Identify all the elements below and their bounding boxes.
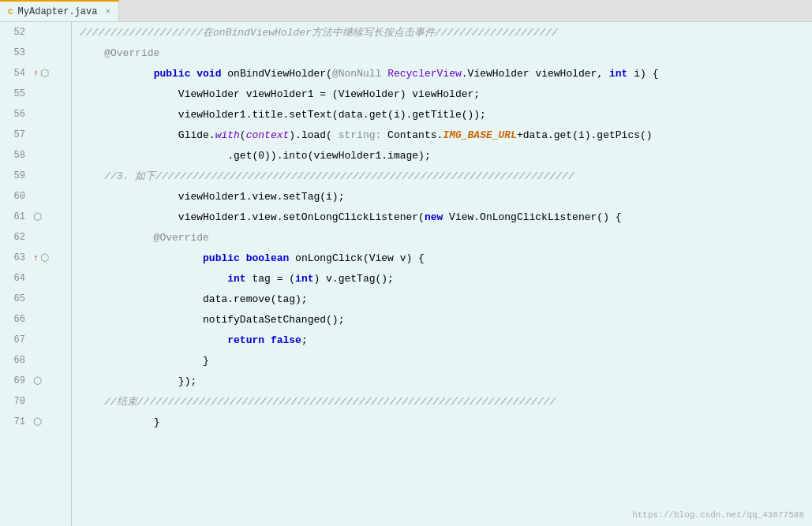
code-line-69: });: [72, 371, 812, 391]
gutter-row-64: 64: [0, 268, 71, 289]
line-number: 60: [0, 191, 32, 202]
code-line-52: ////////////////////在onBindViewHolder方法中…: [72, 22, 812, 43]
gutter-row-52: 52: [0, 22, 71, 43]
gutter-row-58: 58: [0, 145, 71, 166]
line-number: 64: [0, 273, 32, 284]
gutter-row-66: 66: [0, 309, 71, 330]
line-markers: ↑ ⬡: [32, 67, 71, 80]
line-number: 55: [0, 88, 32, 99]
code-line-61: viewHolder1.view.setOnLongClickListener(…: [72, 207, 812, 227]
line-number-gutter: 52 53 54 ↑ ⬡ 55 56 57: [0, 22, 72, 526]
line-markers: ⬡: [32, 211, 71, 223]
code-line-70: //结束////////////////////////////////////…: [72, 391, 812, 412]
line-number: 61: [0, 211, 32, 222]
line-markers: ⬡: [32, 375, 71, 387]
line-number: 52: [0, 27, 32, 38]
editor-area: 52 53 54 ↑ ⬡ 55 56 57: [0, 22, 812, 526]
code-text: .get(0)).into(viewHolder1.image);: [80, 138, 431, 173]
line-number: 68: [0, 355, 32, 366]
code-text: ////////////////////在onBindViewHolder方法中…: [80, 25, 558, 39]
line-markers: ↑ ⬡: [32, 252, 71, 264]
gutter-row-53: 53: [0, 43, 71, 63]
gutter-row-61: 61 ⬡: [0, 207, 71, 227]
marker-diamond-3: ⬡: [40, 252, 49, 264]
line-number: 56: [0, 109, 32, 120]
code-text: viewHolder1.view.setOnLongClickListener(…: [80, 200, 622, 235]
line-number: 71: [0, 416, 32, 427]
tab-bar: C MyAdapter.java ×: [0, 0, 812, 22]
line-number: 67: [0, 334, 32, 345]
marker-up-arrow-2: ↑: [33, 253, 39, 263]
line-number: 59: [0, 170, 32, 181]
code-text: });: [80, 364, 196, 399]
line-markers: ⬡: [32, 416, 71, 428]
marker-up-arrow: ↑: [33, 69, 39, 78]
line-number: 65: [0, 293, 32, 304]
gutter-row-70: 70: [0, 391, 71, 412]
gutter-row-71: 71 ⬡: [0, 412, 71, 432]
marker-diamond-4: ⬡: [33, 375, 42, 387]
line-number: 62: [0, 232, 32, 243]
gutter-row-65: 65: [0, 289, 71, 309]
line-number: 63: [0, 252, 32, 263]
gutter-row-60: 60: [0, 186, 71, 207]
line-number: 58: [0, 150, 32, 161]
gutter-row-68: 68: [0, 350, 71, 371]
code-editor[interactable]: ////////////////////在onBindViewHolder方法中…: [72, 22, 812, 526]
line-number: 53: [0, 47, 32, 58]
gutter-row-63: 63 ↑ ⬡: [0, 248, 71, 268]
gutter-row-54: 54 ↑ ⬡: [0, 63, 71, 84]
gutter-row-59: 59: [0, 166, 71, 186]
line-number: 54: [0, 68, 32, 79]
line-number: 66: [0, 314, 32, 325]
gutter-row-69: 69 ⬡: [0, 371, 71, 391]
tab-label: MyAdapter.java: [18, 6, 98, 17]
java-file-icon: C: [8, 7, 13, 17]
line-number: 69: [0, 375, 32, 386]
gutter-row-67: 67: [0, 330, 71, 350]
line-number: 70: [0, 396, 32, 407]
code-line-71: }: [72, 412, 812, 432]
marker-diamond: ⬡: [40, 67, 49, 80]
line-number: 57: [0, 129, 32, 140]
file-tab[interactable]: C MyAdapter.java ×: [0, 0, 119, 21]
gutter-row-55: 55: [0, 84, 71, 104]
marker-diamond-2: ⬡: [33, 211, 42, 223]
watermark: https://blog.csdn.net/qq_43677588: [632, 510, 804, 520]
gutter-row-56: 56: [0, 104, 71, 125]
marker-diamond-5: ⬡: [33, 416, 42, 428]
code-text: }: [80, 405, 159, 440]
tab-close-button[interactable]: ×: [105, 7, 110, 17]
gutter-row-57: 57: [0, 125, 71, 145]
gutter-row-62: 62: [0, 227, 71, 248]
